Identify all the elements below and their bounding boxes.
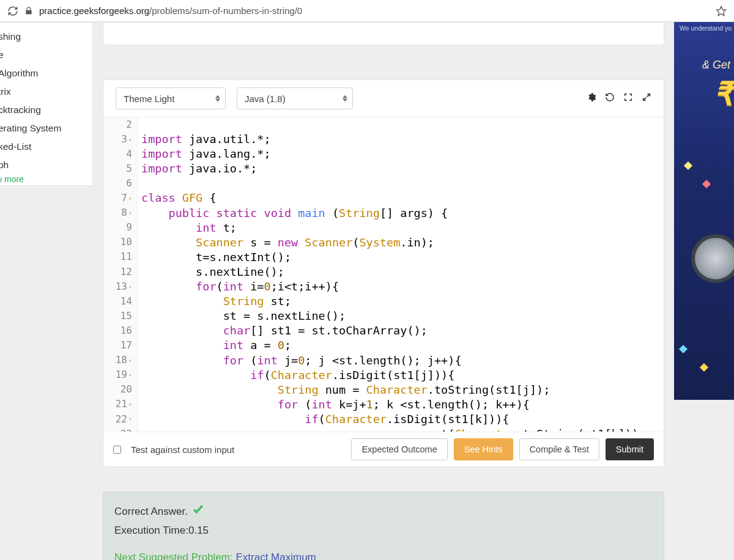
bookmark-star-icon[interactable] [716,6,727,17]
expand-icon[interactable] [623,92,633,105]
code-line[interactable]: import java.util.*; [141,132,664,147]
line-number: 12 [103,265,132,279]
sidebar-item[interactable]: shing [0,28,92,46]
next-problem-label: Next Suggested Problem: [114,551,233,560]
code-line[interactable]: Scanner s = new Scanner(System.in); [141,235,664,250]
code-line[interactable]: for (int k=j+1; k <st.length(); k++){ [141,397,664,412]
next-problem-link[interactable]: Extract Maximum [235,551,316,560]
result-panel: Correct Answer. Execution Time:0.15 Next… [103,492,664,560]
line-number: 13▾ [103,279,132,294]
svg-marker-0 [717,6,726,15]
rupee-icon: ₹ [674,75,734,112]
theme-select[interactable]: Theme Light [116,87,226,109]
line-number: 23 [103,427,132,432]
film-reel-icon [691,234,734,283]
sidebar-item[interactable]: Algorithm [0,64,92,83]
code-line[interactable]: char[] st1 = st.toCharArray(); [141,323,664,338]
sidebar-item[interactable]: cktracking [0,101,92,119]
result-correct-text: Correct Answer. [114,506,188,518]
line-number: 7▾ [103,191,132,205]
custom-input-checkbox[interactable] [113,446,121,454]
line-number: 5 [103,161,132,176]
code-line[interactable] [141,176,664,191]
line-number: 14 [103,294,132,309]
url-path: /problems/sum-of-numbers-in-string/0 [149,6,302,16]
line-number: 22▾ [103,412,132,427]
code-line[interactable]: String num = Character.toString(st1[j]); [141,383,664,397]
select-caret-icon [343,95,347,102]
code-line[interactable]: for(int i=0;i<t;i++){ [141,279,664,294]
diag-arrows-icon[interactable] [642,92,651,105]
problem-header-card [103,22,664,45]
line-number: 16 [103,323,132,338]
sidebar-item[interactable]: ked-List [0,138,92,156]
advertisement-banner[interactable]: We understand yo & Get ₹ [674,22,734,400]
code-line[interactable]: class GFG { [141,191,664,205]
code-line[interactable]: public static void main (String[] args) … [141,206,664,221]
expected-outcome-button[interactable]: Expected Outcome [351,438,447,460]
code-line[interactable]: st = s.nextLine(); [141,309,664,323]
line-number: 17 [103,338,132,353]
gear-icon[interactable] [587,92,596,105]
line-number: 15 [103,309,132,323]
code-line[interactable]: num = num.concat(Character.toString(st1[… [141,427,664,432]
line-number: 11 [103,250,132,265]
line-number: 9 [103,221,132,235]
theme-select-label: Theme Light [124,94,174,104]
lock-icon [24,7,33,15]
confetti-icon [684,161,692,170]
editor-footer: Test against custom input Expected Outco… [103,432,664,466]
code-line[interactable]: import java.io.*; [141,161,664,176]
code-content[interactable]: import java.util.*;import java.lang.*;im… [138,117,664,432]
code-line[interactable]: if(Character.isDigit(st1[k])){ [141,412,664,427]
url-text[interactable]: practice.geeksforgeeks.org/problems/sum-… [39,6,710,16]
code-line[interactable]: s.nextLine(); [141,265,664,279]
sidebar-item[interactable]: erating System [0,119,92,138]
code-editor-card: Theme Light Java (1.8) [103,79,664,467]
confetti-icon [679,345,688,353]
line-number: 20 [103,383,132,397]
url-domain: practice.geeksforgeeks.org [39,6,149,16]
submit-button[interactable]: Submit [606,438,654,460]
sidebar-category-list: shingeAlgorithmtrixcktrackingerating Sys… [0,22,93,186]
sidebar-show-more[interactable]: w more [0,174,92,184]
checkmark-icon [191,503,205,520]
language-select-label: Java (1.8) [245,94,286,104]
select-caret-icon [215,95,220,102]
line-number: 8▾ [103,206,132,221]
address-bar: practice.geeksforgeeks.org/problems/sum-… [0,0,734,22]
custom-input-label: Test against custom input [127,444,345,455]
sidebar-item[interactable]: e [0,46,92,64]
confetti-icon [700,363,708,372]
line-number: 4 [103,147,132,161]
reload-icon[interactable] [7,6,18,17]
see-hints-button[interactable]: See Hints [454,438,513,460]
code-line[interactable]: if(Character.isDigit(st1[j])){ [141,368,664,383]
next-problem: Next Suggested Problem: Extract Maximum [114,551,653,560]
line-number: 21▾ [103,397,132,412]
line-number: 3▾ [103,132,132,147]
line-number: 18▾ [103,353,132,368]
confetti-icon [702,180,711,188]
code-line[interactable]: for (int j=0; j <st.length(); j++){ [141,353,664,368]
code-line[interactable]: String st; [141,294,664,309]
reset-icon[interactable] [605,92,615,105]
language-select[interactable]: Java (1.8) [237,87,353,109]
line-number: 6 [103,176,132,191]
sidebar-item[interactable]: trix [0,83,92,101]
code-line[interactable]: int a = 0; [141,338,664,353]
code-line[interactable]: int t; [141,221,664,235]
ad-get-text: & Get [674,59,734,72]
code-editor[interactable]: 23▾4567▾8▾910111213▾1415161718▾19▾2021▾2… [103,117,664,432]
execution-time: Execution Time:0.15 [114,525,653,537]
code-line[interactable]: import java.lang.*; [141,147,664,161]
code-line[interactable]: t=s.nextInt(); [141,250,664,265]
line-gutter: 23▾4567▾8▾910111213▾1415161718▾19▾2021▾2… [103,117,138,432]
editor-toolbar: Theme Light Java (1.8) [103,80,664,117]
compile-test-button[interactable]: Compile & Test [519,438,599,460]
sidebar-item[interactable]: ph [0,156,92,174]
code-line[interactable] [141,117,664,132]
ad-top-text: We understand yo [674,22,734,32]
line-number: 19▾ [103,368,132,383]
line-number: 2 [103,117,132,132]
